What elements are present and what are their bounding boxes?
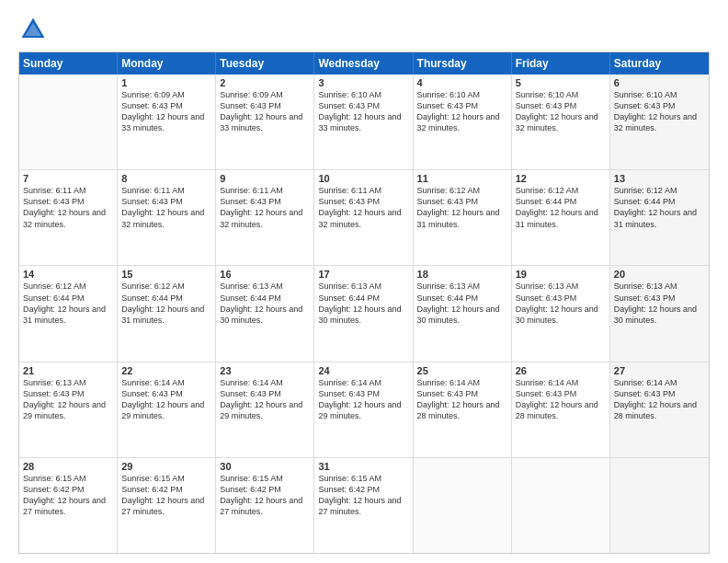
header-day-monday: Monday (118, 52, 216, 75)
calendar-row-0: 1Sunrise: 6:09 AMSunset: 6:43 PMDaylight… (19, 75, 709, 170)
logo-icon (18, 15, 48, 44)
day-number: 20 (614, 269, 705, 280)
cell-details: Sunrise: 6:14 AMSunset: 6:43 PMDaylight:… (417, 377, 507, 422)
calendar-cell-10: 10Sunrise: 6:11 AMSunset: 6:43 PMDayligh… (314, 170, 413, 265)
day-number: 26 (516, 365, 606, 376)
calendar-row-3: 21Sunrise: 6:13 AMSunset: 6:43 PMDayligh… (19, 362, 709, 458)
day-number: 22 (121, 365, 211, 376)
calendar-cell-5: 5Sunrise: 6:10 AMSunset: 6:43 PMDaylight… (512, 75, 610, 169)
calendar-cell-22: 22Sunrise: 6:14 AMSunset: 6:43 PMDayligh… (118, 362, 216, 457)
cell-details: Sunrise: 6:10 AMSunset: 6:43 PMDaylight:… (614, 89, 705, 134)
calendar-cell-empty-0-0 (19, 75, 118, 169)
day-number: 18 (417, 269, 507, 280)
cell-details: Sunrise: 6:09 AMSunset: 6:43 PMDaylight:… (220, 89, 310, 134)
cell-details: Sunrise: 6:13 AMSunset: 6:44 PMDaylight:… (417, 281, 507, 326)
calendar-cell-2: 2Sunrise: 6:09 AMSunset: 6:43 PMDaylight… (216, 75, 314, 169)
day-number: 9 (220, 173, 310, 184)
cell-details: Sunrise: 6:12 AMSunset: 6:44 PMDaylight:… (516, 185, 606, 230)
cell-details: Sunrise: 6:14 AMSunset: 6:43 PMDaylight:… (516, 377, 606, 422)
day-number: 1 (121, 77, 211, 88)
calendar-cell-25: 25Sunrise: 6:14 AMSunset: 6:43 PMDayligh… (414, 362, 512, 457)
header-day-friday: Friday (512, 52, 610, 75)
day-number: 28 (23, 461, 113, 472)
calendar-cell-1: 1Sunrise: 6:09 AMSunset: 6:43 PMDaylight… (118, 75, 216, 169)
day-number: 24 (318, 365, 408, 376)
calendar-cell-20: 20Sunrise: 6:13 AMSunset: 6:43 PMDayligh… (610, 266, 709, 361)
calendar-row-2: 14Sunrise: 6:12 AMSunset: 6:44 PMDayligh… (19, 266, 709, 362)
cell-details: Sunrise: 6:11 AMSunset: 6:43 PMDaylight:… (220, 185, 310, 230)
day-number: 17 (318, 269, 408, 280)
cell-details: Sunrise: 6:13 AMSunset: 6:44 PMDaylight:… (220, 281, 310, 326)
day-number: 19 (516, 269, 606, 280)
calendar-cell-4: 4Sunrise: 6:10 AMSunset: 6:43 PMDaylight… (414, 75, 512, 169)
cell-details: Sunrise: 6:15 AMSunset: 6:42 PMDaylight:… (23, 473, 113, 518)
calendar-cell-15: 15Sunrise: 6:12 AMSunset: 6:44 PMDayligh… (118, 266, 216, 361)
cell-details: Sunrise: 6:13 AMSunset: 6:43 PMDaylight:… (23, 377, 113, 422)
calendar-header: SundayMondayTuesdayWednesdayThursdayFrid… (19, 52, 709, 75)
calendar-cell-13: 13Sunrise: 6:12 AMSunset: 6:44 PMDayligh… (610, 170, 709, 265)
cell-details: Sunrise: 6:10 AMSunset: 6:43 PMDaylight:… (417, 89, 507, 134)
cell-details: Sunrise: 6:12 AMSunset: 6:43 PMDaylight:… (417, 185, 507, 230)
calendar-row-4: 28Sunrise: 6:15 AMSunset: 6:42 PMDayligh… (19, 458, 709, 553)
day-number: 14 (23, 269, 113, 280)
calendar-cell-19: 19Sunrise: 6:13 AMSunset: 6:43 PMDayligh… (512, 266, 610, 361)
calendar-cell-14: 14Sunrise: 6:12 AMSunset: 6:44 PMDayligh… (19, 266, 118, 361)
cell-details: Sunrise: 6:10 AMSunset: 6:43 PMDaylight:… (516, 89, 606, 134)
day-number: 4 (417, 77, 507, 88)
calendar-cell-17: 17Sunrise: 6:13 AMSunset: 6:44 PMDayligh… (314, 266, 413, 361)
header-day-thursday: Thursday (414, 52, 512, 75)
day-number: 10 (318, 173, 408, 184)
cell-details: Sunrise: 6:14 AMSunset: 6:43 PMDaylight:… (121, 377, 211, 422)
calendar-cell-6: 6Sunrise: 6:10 AMSunset: 6:43 PMDaylight… (610, 75, 709, 169)
cell-details: Sunrise: 6:15 AMSunset: 6:42 PMDaylight:… (121, 473, 211, 518)
logo (18, 15, 51, 44)
calendar-cell-28: 28Sunrise: 6:15 AMSunset: 6:42 PMDayligh… (19, 458, 118, 553)
calendar-cell-29: 29Sunrise: 6:15 AMSunset: 6:42 PMDayligh… (118, 458, 216, 553)
header-day-saturday: Saturday (610, 52, 709, 75)
calendar-cell-empty-4-5 (512, 458, 610, 553)
cell-details: Sunrise: 6:11 AMSunset: 6:43 PMDaylight:… (121, 185, 211, 230)
calendar-cell-26: 26Sunrise: 6:14 AMSunset: 6:43 PMDayligh… (512, 362, 610, 457)
calendar-cell-27: 27Sunrise: 6:14 AMSunset: 6:43 PMDayligh… (610, 362, 709, 457)
cell-details: Sunrise: 6:11 AMSunset: 6:43 PMDaylight:… (318, 185, 408, 230)
cell-details: Sunrise: 6:09 AMSunset: 6:43 PMDaylight:… (121, 89, 211, 134)
calendar-cell-31: 31Sunrise: 6:15 AMSunset: 6:42 PMDayligh… (314, 458, 413, 553)
calendar-cell-23: 23Sunrise: 6:14 AMSunset: 6:43 PMDayligh… (216, 362, 314, 457)
calendar-cell-empty-4-6 (610, 458, 709, 553)
calendar-cell-18: 18Sunrise: 6:13 AMSunset: 6:44 PMDayligh… (414, 266, 512, 361)
day-number: 27 (614, 365, 705, 376)
day-number: 6 (614, 77, 705, 88)
day-number: 25 (417, 365, 507, 376)
day-number: 15 (121, 269, 211, 280)
day-number: 7 (23, 173, 113, 184)
day-number: 13 (614, 173, 705, 184)
calendar-cell-24: 24Sunrise: 6:14 AMSunset: 6:43 PMDayligh… (314, 362, 413, 457)
cell-details: Sunrise: 6:10 AMSunset: 6:43 PMDaylight:… (318, 89, 408, 134)
cell-details: Sunrise: 6:13 AMSunset: 6:44 PMDaylight:… (318, 281, 408, 326)
day-number: 31 (318, 461, 408, 472)
cell-details: Sunrise: 6:12 AMSunset: 6:44 PMDaylight:… (614, 185, 705, 230)
page: SundayMondayTuesdayWednesdayThursdayFrid… (0, 0, 728, 563)
header-day-sunday: Sunday (19, 52, 118, 75)
day-number: 23 (220, 365, 310, 376)
calendar-cell-8: 8Sunrise: 6:11 AMSunset: 6:43 PMDaylight… (118, 170, 216, 265)
day-number: 5 (516, 77, 606, 88)
calendar-body: 1Sunrise: 6:09 AMSunset: 6:43 PMDaylight… (19, 75, 709, 553)
calendar-cell-7: 7Sunrise: 6:11 AMSunset: 6:43 PMDaylight… (19, 170, 118, 265)
calendar-cell-empty-4-4 (414, 458, 512, 553)
cell-details: Sunrise: 6:13 AMSunset: 6:43 PMDaylight:… (614, 281, 705, 326)
day-number: 21 (23, 365, 113, 376)
calendar-cell-9: 9Sunrise: 6:11 AMSunset: 6:43 PMDaylight… (216, 170, 314, 265)
cell-details: Sunrise: 6:14 AMSunset: 6:43 PMDaylight:… (614, 377, 705, 422)
day-number: 8 (121, 173, 211, 184)
cell-details: Sunrise: 6:13 AMSunset: 6:43 PMDaylight:… (516, 281, 606, 326)
day-number: 11 (417, 173, 507, 184)
day-number: 16 (220, 269, 310, 280)
cell-details: Sunrise: 6:11 AMSunset: 6:43 PMDaylight:… (23, 185, 113, 230)
cell-details: Sunrise: 6:15 AMSunset: 6:42 PMDaylight:… (220, 473, 310, 518)
calendar-cell-3: 3Sunrise: 6:10 AMSunset: 6:43 PMDaylight… (314, 75, 413, 169)
cell-details: Sunrise: 6:12 AMSunset: 6:44 PMDaylight:… (23, 281, 113, 326)
cell-details: Sunrise: 6:12 AMSunset: 6:44 PMDaylight:… (121, 281, 211, 326)
cell-details: Sunrise: 6:14 AMSunset: 6:43 PMDaylight:… (220, 377, 310, 422)
day-number: 12 (516, 173, 606, 184)
